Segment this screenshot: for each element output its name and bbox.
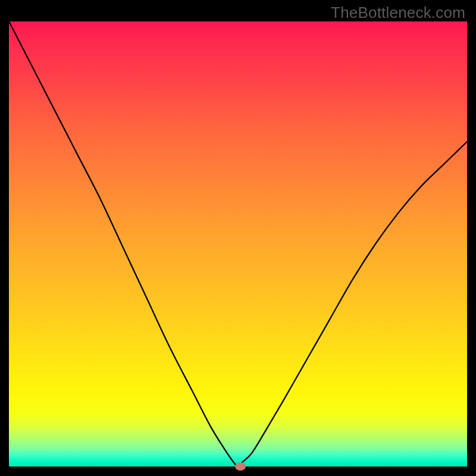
curve-layer [9,21,467,466]
watermark-text: TheBottleneck.com [331,4,465,22]
bottleneck-curve [9,21,467,466]
min-marker-dot [235,462,246,471]
chart-area [9,21,467,466]
